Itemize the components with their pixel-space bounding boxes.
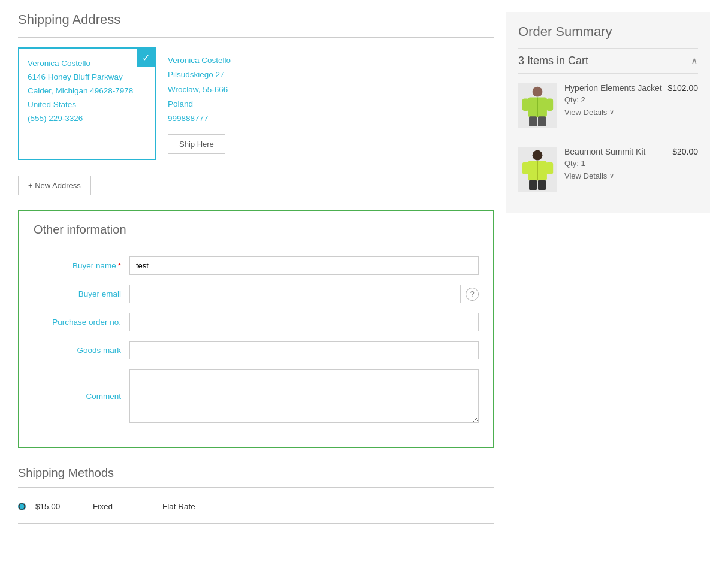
purchase-order-input[interactable]	[129, 313, 479, 331]
shipping-method-name: Flat Rate	[162, 502, 195, 511]
help-icon[interactable]: ?	[466, 288, 479, 301]
cart-item-2-view-details[interactable]: View Details ∨	[564, 171, 698, 180]
buyer-name-label: Buyer name*	[34, 261, 129, 270]
selected-check-badge: ✓	[137, 49, 155, 67]
svg-point-0	[533, 86, 543, 96]
comment-label: Comment	[34, 392, 129, 401]
address-cards: ✓ Veronica Costello 6146 Honey Bluff Par…	[18, 47, 494, 160]
shipping-address-title: Shipping Address	[18, 12, 494, 28]
view-details-chevron-2: ∨	[609, 172, 614, 180]
buyer-email-wrap: ?	[129, 285, 479, 303]
cart-item-1-price: $102.00	[667, 83, 698, 93]
other-info-divider	[34, 244, 479, 244]
shipping-methods-divider	[18, 487, 494, 488]
cart-item-2-top: Beaumont Summit Kit $20.00	[564, 147, 698, 158]
buyer-name-row: Buyer name*	[34, 256, 479, 275]
purchase-order-label: Purchase order no.	[34, 318, 129, 327]
order-summary: Order Summary 3 Items in Cart ∧	[506, 12, 710, 213]
addr1-city: Calder, Michigan 49628-7978	[28, 84, 146, 98]
purchase-order-row: Purchase order no.	[34, 313, 479, 331]
cart-item-2-name: Beaumont Summit Kit	[564, 147, 645, 156]
items-in-cart-header[interactable]: 3 Items in Cart ∧	[518, 48, 698, 74]
buyer-email-label: Buyer email	[34, 289, 129, 298]
shipping-divider-top	[18, 37, 494, 38]
product-image-2	[521, 149, 554, 191]
shipping-price: $15.00	[35, 502, 83, 511]
view-details-chevron-1: ∨	[609, 108, 614, 116]
cart-item-divider	[518, 138, 698, 138]
sidebar: Order Summary 3 Items in Cart ∧	[506, 12, 710, 524]
shipping-method-type: Fixed	[93, 502, 153, 511]
svg-rect-3	[522, 98, 529, 111]
goods-mark-input[interactable]	[129, 341, 479, 359]
addr2-phone: 999888777	[168, 111, 231, 126]
svg-rect-4	[546, 98, 553, 111]
svg-rect-13	[538, 180, 546, 190]
buyer-email-input[interactable]	[129, 285, 461, 303]
addr1-street: 6146 Honey Bluff Parkway	[28, 71, 146, 84]
cart-item-1-view-details[interactable]: View Details ∨	[564, 108, 698, 117]
cart-item-2: Beaumont Summit Kit $20.00 Qty: 1 View D…	[518, 147, 698, 192]
goods-mark-row: Goods mark	[34, 341, 479, 359]
svg-rect-5	[529, 116, 537, 126]
cart-item-1-image	[518, 83, 557, 128]
cart-item-2-price: $20.00	[672, 147, 698, 156]
buyer-email-row: Buyer email ?	[34, 285, 479, 303]
cart-chevron-up-icon: ∧	[691, 55, 698, 67]
svg-rect-12	[529, 180, 537, 190]
product-image-1	[521, 85, 554, 127]
cart-item-1-name: Hyperion Elements Jacket	[564, 83, 662, 93]
other-info-section: Other information Buyer name* Buyer emai…	[18, 210, 494, 448]
shipping-option-flat-rate: $15.00 Fixed Flat Rate	[18, 496, 494, 517]
comment-row: Comment	[34, 369, 479, 423]
page-container: Shipping Address ✓ Veronica Costello 614…	[18, 12, 710, 524]
order-summary-title: Order Summary	[518, 24, 698, 40]
shipping-methods-title: Shipping Methods	[18, 466, 494, 480]
other-info-title: Other information	[34, 223, 479, 237]
address-card-2: Veronica Costello Pilsudskiego 27 Wrocła…	[168, 47, 231, 160]
addr1-phone: (555) 229-3326	[28, 112, 146, 126]
shipping-methods-bottom-divider	[18, 523, 494, 524]
shipping-radio-flat-rate[interactable]	[18, 503, 26, 510]
cart-item-2-qty: Qty: 1	[564, 159, 698, 168]
ship-here-button[interactable]: Ship Here	[168, 134, 225, 154]
buyer-name-input[interactable]	[129, 256, 479, 275]
goods-mark-label: Goods mark	[34, 346, 129, 355]
comment-textarea[interactable]	[129, 369, 479, 423]
new-address-button[interactable]: + New Address	[18, 176, 91, 195]
svg-rect-6	[538, 116, 546, 126]
cart-item-1-top: Hyperion Elements Jacket $102.00	[564, 83, 698, 94]
svg-point-7	[533, 150, 543, 160]
items-in-cart-label: 3 Items in Cart	[518, 55, 588, 67]
addr2-city: Wrocław, 55-666	[168, 83, 231, 97]
cart-item-1-info: Hyperion Elements Jacket $102.00 Qty: 2 …	[564, 83, 698, 128]
addr2-country: Poland	[168, 97, 231, 111]
main-content: Shipping Address ✓ Veronica Costello 614…	[18, 12, 494, 524]
addr2-name: Veronica Costello	[168, 53, 231, 68]
addr2-street: Pilsudskiego 27	[168, 68, 231, 82]
shipping-methods-section: Shipping Methods $15.00 Fixed Flat Rate	[18, 466, 494, 524]
address-card-1[interactable]: ✓ Veronica Costello 6146 Honey Bluff Par…	[18, 47, 156, 160]
addr1-name: Veronica Costello	[28, 57, 146, 71]
cart-item-2-image	[518, 147, 557, 192]
cart-item-1-qty: Qty: 2	[564, 95, 698, 104]
addr1-country: United States	[28, 98, 146, 112]
svg-rect-11	[546, 162, 553, 174]
cart-item-2-info: Beaumont Summit Kit $20.00 Qty: 1 View D…	[564, 147, 698, 192]
cart-item-1: Hyperion Elements Jacket $102.00 Qty: 2 …	[518, 83, 698, 128]
svg-rect-10	[522, 162, 529, 174]
